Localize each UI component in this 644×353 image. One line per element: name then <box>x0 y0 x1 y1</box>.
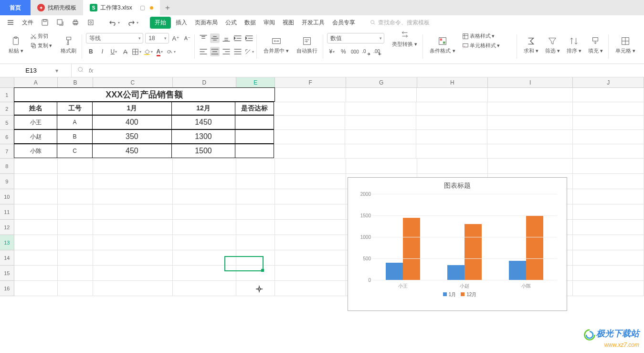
cell[interactable] <box>275 281 346 296</box>
cell[interactable]: XXX公司产品销售额 <box>14 87 275 102</box>
cell[interactable] <box>573 250 644 266</box>
format-painter-button[interactable]: 格式刷 <box>58 32 79 58</box>
cell[interactable] <box>14 220 58 235</box>
cell[interactable]: 是否达标 <box>235 102 274 115</box>
embedded-chart[interactable]: 图表标题 0500100015002000 小王小赵小陈 1月12月 <box>348 177 567 311</box>
cell[interactable] <box>93 204 172 220</box>
cell[interactable]: 1500 <box>171 144 235 158</box>
copy-button[interactable]: 复制 ▾ <box>28 41 54 50</box>
cell[interactable] <box>236 266 275 281</box>
cell[interactable] <box>573 220 644 235</box>
row-header[interactable]: 2 <box>0 102 14 116</box>
cell[interactable] <box>275 266 346 281</box>
cell[interactable] <box>93 220 172 235</box>
print-icon[interactable] <box>69 17 82 28</box>
row-header[interactable]: 7 <box>0 144 14 159</box>
cell[interactable]: 400 <box>92 115 172 129</box>
column-header-C[interactable]: C <box>93 77 172 87</box>
cell[interactable]: 1300 <box>171 129 235 144</box>
percent-icon[interactable]: % <box>338 47 348 56</box>
cell[interactable] <box>275 204 346 220</box>
row-header[interactable]: 9 <box>0 174 14 189</box>
select-all-corner[interactable] <box>0 77 14 87</box>
cell[interactable] <box>417 159 488 174</box>
cut-button[interactable]: 剪切 <box>28 32 50 41</box>
sum-button[interactable]: 求和 ▾ <box>521 32 541 58</box>
cell[interactable] <box>487 144 573 159</box>
cell[interactable] <box>93 266 172 281</box>
name-box-input[interactable] <box>10 66 53 75</box>
cell[interactable] <box>58 281 93 296</box>
cell[interactable] <box>345 130 416 144</box>
cell[interactable] <box>573 102 644 116</box>
row-header[interactable]: 8 <box>0 159 14 174</box>
number-format-select[interactable]: 数值▾ <box>327 33 384 43</box>
cell[interactable] <box>14 204 58 220</box>
name-box[interactable]: ▾ <box>0 64 72 77</box>
row-header[interactable]: 12 <box>0 220 14 235</box>
row-header[interactable]: 13 <box>0 235 14 250</box>
menu-data[interactable]: 数据 <box>242 17 259 29</box>
align-center-icon[interactable] <box>210 47 220 56</box>
paste-button[interactable]: 粘贴 ▾ <box>6 32 26 58</box>
border-button[interactable]: ▾ <box>132 47 141 56</box>
cell[interactable] <box>58 189 93 204</box>
cell[interactable]: 1月 <box>92 102 172 115</box>
cell[interactable] <box>93 159 172 174</box>
cell[interactable] <box>235 115 274 129</box>
cell[interactable] <box>236 235 275 250</box>
print-preview-icon[interactable] <box>84 17 97 28</box>
menu-member[interactable]: 会员专享 <box>329 17 358 29</box>
cell[interactable] <box>573 88 644 102</box>
cell[interactable] <box>275 235 346 250</box>
cell[interactable] <box>345 144 416 159</box>
row-header[interactable]: 10 <box>0 189 14 204</box>
column-header-H[interactable]: H <box>417 77 488 87</box>
indent-decrease-icon[interactable] <box>233 33 243 43</box>
menu-file[interactable]: 文件 <box>19 17 36 29</box>
column-header-F[interactable]: F <box>275 77 346 87</box>
menu-insert[interactable]: 插入 <box>173 17 190 29</box>
cell[interactable] <box>573 159 644 174</box>
menu-layout[interactable]: 页面布局 <box>192 17 221 29</box>
column-header-A[interactable]: A <box>14 77 58 87</box>
save-as-icon[interactable] <box>53 17 67 28</box>
cell[interactable] <box>236 189 275 204</box>
align-top-icon[interactable] <box>199 33 208 43</box>
column-header-D[interactable]: D <box>173 77 237 87</box>
cell[interactable] <box>573 235 644 250</box>
filter-button[interactable]: 筛选 ▾ <box>542 32 563 58</box>
formula-input[interactable] <box>99 66 644 75</box>
window-icon[interactable]: ▢ <box>140 4 145 11</box>
tab-templates[interactable]: ✦ 找稻壳模板 <box>31 0 83 15</box>
cell[interactable] <box>236 159 275 174</box>
cell[interactable] <box>573 174 644 189</box>
cell[interactable] <box>416 144 487 159</box>
menu-view[interactable]: 视图 <box>280 17 297 29</box>
sort-button[interactable]: 排序 ▾ <box>564 32 584 58</box>
row-header[interactable]: 16 <box>0 281 14 296</box>
cell[interactable] <box>173 204 237 220</box>
orientation-icon[interactable]: ▾ <box>244 47 254 56</box>
cell[interactable]: 姓名 <box>14 102 57 115</box>
justify-icon[interactable] <box>233 47 243 56</box>
table-style-button[interactable]: 表格样式 ▾ <box>460 32 496 41</box>
cell[interactable] <box>488 159 573 174</box>
increase-decimal-icon[interactable]: .0 <box>361 47 371 56</box>
cell[interactable] <box>173 266 237 281</box>
column-header-I[interactable]: I <box>488 77 573 87</box>
cell[interactable]: 工号 <box>57 102 93 115</box>
cell[interactable] <box>573 266 644 281</box>
strike-button[interactable]: A̶ <box>120 47 130 56</box>
column-header-J[interactable]: J <box>573 77 644 87</box>
phonetic-button[interactable]: ▾ <box>166 47 176 56</box>
row-header[interactable]: 11 <box>0 204 14 220</box>
cell[interactable] <box>573 204 644 220</box>
conditional-format-button[interactable]: 条件格式 ▾ <box>427 32 458 58</box>
thousands-icon[interactable]: 000 <box>350 47 359 56</box>
font-name-select[interactable]: 等线▾ <box>86 33 143 43</box>
cancel-formula-icon[interactable] <box>77 66 84 75</box>
cell[interactable] <box>93 189 172 204</box>
undo-button[interactable]: ▾ <box>106 17 123 28</box>
cell[interactable]: 小陈 <box>14 144 57 158</box>
